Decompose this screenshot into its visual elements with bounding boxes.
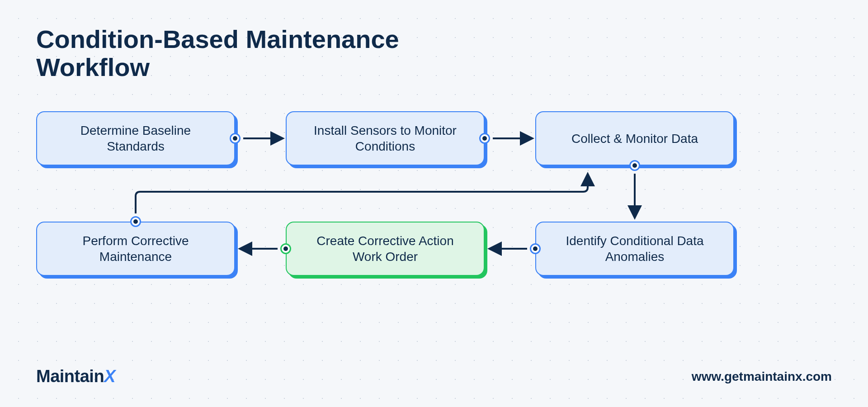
footer: MaintainX www.getmaintainx.com	[36, 367, 832, 386]
box-label: Collect & Monitor Data	[571, 131, 698, 147]
box-label: Identify Conditional Data Anomalies	[551, 233, 719, 265]
connector-dot	[230, 133, 241, 144]
box-identify-anomalies: Identify Conditional Data Anomalies	[535, 222, 734, 276]
box-baseline-standards: Determine Baseline Standards	[36, 111, 235, 166]
logo-x-icon: X	[104, 367, 115, 386]
box-label: Install Sensors to Monitor Conditions	[301, 123, 469, 154]
connector-dot	[130, 216, 141, 227]
connector-dot	[530, 243, 541, 254]
box-label: Perform Corrective Maintenance	[52, 233, 220, 265]
box-label: Determine Baseline Standards	[52, 123, 220, 154]
box-perform-maintenance: Perform Corrective Maintenance	[36, 222, 235, 276]
box-label: Create Corrective Action Work Order	[301, 233, 469, 265]
box-install-sensors: Install Sensors to Monitor Conditions	[286, 111, 485, 166]
connector-dot	[629, 160, 640, 171]
logo-maintainx: MaintainX	[36, 367, 115, 386]
connector-dot	[280, 243, 291, 254]
diagram-title: Condition-Based Maintenance Workflow	[36, 25, 488, 81]
website-url: www.getmaintainx.com	[692, 369, 832, 384]
box-collect-monitor: Collect & Monitor Data	[535, 111, 734, 166]
box-create-work-order: Create Corrective Action Work Order	[286, 222, 485, 276]
logo-text: Maintain	[36, 367, 104, 386]
connector-dot	[479, 133, 490, 144]
